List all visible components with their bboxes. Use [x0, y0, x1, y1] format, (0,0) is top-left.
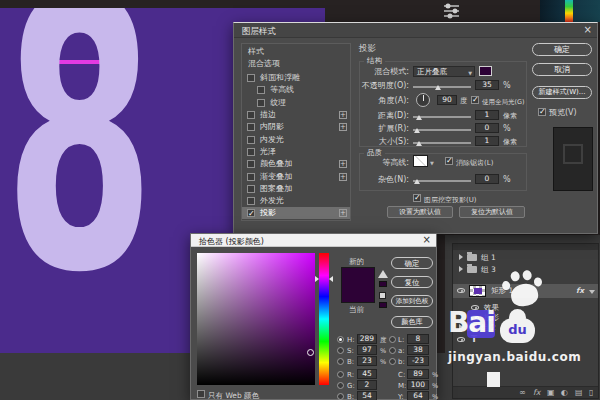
- checkbox-icon[interactable]: [247, 160, 255, 168]
- style-item-pattern-overlay[interactable]: 图案叠加: [242, 183, 350, 195]
- y-value[interactable]: 64: [407, 391, 429, 400]
- r-radio[interactable]: [337, 371, 344, 378]
- adjustment-layer-icon[interactable]: ◐: [561, 388, 568, 397]
- h-radio[interactable]: [337, 336, 344, 343]
- color-field-marker[interactable]: [307, 349, 314, 356]
- shadow-color-swatch[interactable]: [479, 66, 492, 76]
- checkbox-icon[interactable]: [247, 123, 255, 131]
- style-item-satin[interactable]: 光泽: [242, 146, 350, 158]
- delete-layer-icon[interactable]: ▯: [589, 388, 593, 397]
- saturation-brightness-field[interactable]: [197, 253, 315, 385]
- s-value[interactable]: 97: [357, 345, 377, 355]
- reset-button[interactable]: 复位: [391, 276, 433, 288]
- c-value[interactable]: 89: [407, 369, 429, 379]
- style-item-outer-glow[interactable]: 外发光: [242, 195, 350, 207]
- reset-default-button[interactable]: 复位为默认值: [459, 206, 525, 218]
- g-value[interactable]: 2: [357, 380, 377, 390]
- noise-value[interactable]: 0: [475, 174, 499, 184]
- web-safe-cube-icon[interactable]: [379, 292, 386, 299]
- checkbox-icon[interactable]: [257, 99, 265, 107]
- hue-arrow-right-icon[interactable]: [329, 276, 333, 282]
- checkbox-icon[interactable]: [247, 185, 255, 193]
- checkbox-icon[interactable]: [247, 148, 255, 156]
- antialias-checkbox[interactable]: [445, 157, 453, 165]
- bb-radio[interactable]: [389, 358, 396, 365]
- close-icon[interactable]: ×: [584, 24, 592, 35]
- r-value[interactable]: 45: [357, 369, 377, 379]
- layer-thumbnail[interactable]: [469, 285, 486, 297]
- color-picker-titlebar[interactable]: 拾色器 (投影颜色) ×: [191, 234, 436, 247]
- add-instance-icon[interactable]: +: [339, 111, 347, 119]
- ok-button[interactable]: 确定: [391, 257, 433, 269]
- visibility-eye-icon[interactable]: [471, 305, 479, 310]
- checkbox-icon[interactable]: [247, 173, 255, 181]
- gamut-swatch[interactable]: [379, 281, 387, 287]
- b2-radio[interactable]: [337, 393, 344, 400]
- layer-row-group1[interactable]: 组 1: [453, 252, 598, 263]
- opacity-slider[interactable]: [413, 86, 471, 88]
- distance-value[interactable]: 1: [475, 110, 499, 120]
- blending-options-item[interactable]: 混合选项: [248, 59, 280, 69]
- checkbox-icon[interactable]: [247, 197, 255, 205]
- web-safe-swatch[interactable]: [379, 302, 387, 308]
- hue-slider[interactable]: [319, 253, 329, 385]
- layer-row-text[interactable]: T: [453, 334, 598, 345]
- expand-icon[interactable]: [459, 324, 463, 330]
- layer-style-icon[interactable]: fx: [533, 388, 541, 397]
- add-to-swatches-button[interactable]: 添加到色板: [391, 295, 433, 307]
- color-libraries-button[interactable]: 颜色库: [391, 316, 433, 328]
- s-radio[interactable]: [337, 347, 344, 354]
- add-instance-icon[interactable]: +: [339, 160, 347, 168]
- style-item-gradient-overlay[interactable]: 渐变叠加+: [242, 171, 350, 183]
- checkbox-icon[interactable]: [247, 136, 255, 144]
- b2-value[interactable]: 54: [357, 391, 377, 400]
- add-instance-icon[interactable]: +: [339, 209, 347, 217]
- layer-row-group3[interactable]: 组 3: [453, 264, 598, 275]
- spread-value[interactable]: 0: [475, 123, 499, 133]
- m-value[interactable]: 100: [407, 380, 429, 390]
- g-radio[interactable]: [337, 382, 344, 389]
- add-instance-icon[interactable]: +: [339, 173, 347, 181]
- visibility-eye-icon[interactable]: [457, 288, 465, 293]
- link-layers-icon[interactable]: ∞: [519, 388, 526, 397]
- layer-mask-icon[interactable]: ▣: [547, 388, 555, 397]
- add-instance-icon[interactable]: +: [339, 123, 347, 131]
- angle-value[interactable]: 90: [437, 95, 457, 105]
- b-radio[interactable]: [337, 358, 344, 365]
- style-item-contour[interactable]: 等高线: [242, 84, 350, 96]
- visibility-eye-icon[interactable]: [471, 315, 479, 320]
- styles-header[interactable]: 样式: [248, 47, 264, 57]
- bb-value[interactable]: -23: [407, 356, 429, 366]
- style-item-color-overlay[interactable]: 颜色叠加+: [242, 158, 350, 170]
- noise-slider[interactable]: [413, 180, 471, 182]
- style-item-bevel-emboss[interactable]: 斜面和浮雕: [242, 72, 350, 84]
- style-item-texture[interactable]: 纹理: [242, 97, 350, 109]
- close-icon[interactable]: ×: [423, 234, 431, 245]
- spread-slider[interactable]: [413, 129, 471, 131]
- style-item-stroke[interactable]: 描边+: [242, 109, 350, 121]
- style-item-inner-shadow[interactable]: 内阴影+: [242, 121, 350, 133]
- l-value[interactable]: 8: [407, 334, 429, 344]
- l-radio[interactable]: [389, 336, 396, 343]
- style-item-inner-glow[interactable]: 内发光: [242, 134, 350, 146]
- cancel-button[interactable]: 取消: [532, 63, 592, 76]
- h-value[interactable]: 289: [357, 334, 377, 344]
- global-light-checkbox[interactable]: [471, 96, 479, 104]
- blend-mode-select[interactable]: 正片叠底: [413, 66, 475, 77]
- expand-icon[interactable]: [459, 266, 463, 272]
- fx-collapse-icon[interactable]: [589, 290, 595, 294]
- b-value[interactable]: 23: [357, 356, 377, 366]
- contour-thumbnail[interactable]: [413, 155, 428, 167]
- hue-arrow-left-icon[interactable]: [315, 276, 319, 282]
- gamut-warning-icon[interactable]: [378, 270, 388, 278]
- new-group-icon[interactable]: ▤: [575, 388, 583, 397]
- angle-dial[interactable]: [416, 93, 430, 107]
- opacity-value[interactable]: 35: [475, 80, 499, 90]
- expand-icon[interactable]: [459, 254, 463, 260]
- size-value[interactable]: 1: [475, 136, 499, 146]
- ok-button[interactable]: 确定: [532, 43, 592, 56]
- preview-checkbox[interactable]: [538, 108, 546, 116]
- checkbox-icon[interactable]: [247, 74, 255, 82]
- a-value[interactable]: 38: [407, 345, 429, 355]
- checkbox-icon[interactable]: [257, 86, 265, 94]
